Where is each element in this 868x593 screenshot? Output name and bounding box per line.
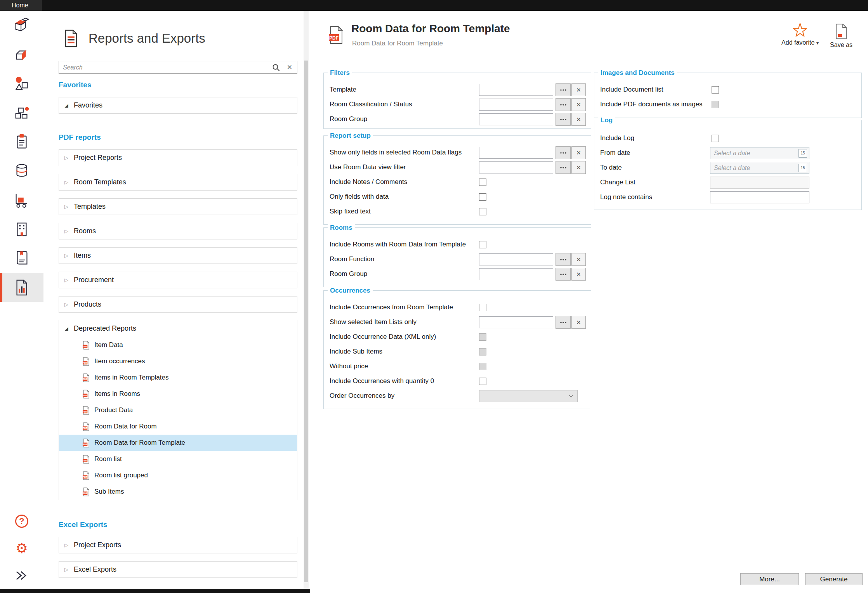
report-item-label: Product Data bbox=[94, 406, 133, 414]
item-lists-input[interactable] bbox=[479, 316, 553, 328]
browse-button[interactable] bbox=[556, 268, 571, 281]
tab-home[interactable]: Home bbox=[0, 0, 42, 11]
browse-button[interactable] bbox=[556, 316, 571, 329]
expander-collapsed-icon[interactable]: ▷ bbox=[64, 253, 69, 258]
rail-item-database[interactable] bbox=[0, 156, 43, 186]
calendar-icon: 15 bbox=[799, 149, 807, 158]
star-icon bbox=[792, 23, 808, 37]
save-as-icon bbox=[834, 23, 848, 40]
include-notes-checkbox[interactable] bbox=[479, 179, 486, 186]
expander-expanded-icon[interactable]: ◢ bbox=[64, 326, 69, 331]
expander-collapsed-icon[interactable]: ▷ bbox=[64, 277, 69, 283]
report-item-item-data[interactable]: PDF Item Data bbox=[59, 337, 297, 353]
browse-button[interactable] bbox=[556, 161, 571, 174]
room-group-input[interactable] bbox=[479, 268, 553, 280]
expander-collapsed-icon[interactable]: ▷ bbox=[64, 567, 69, 572]
report-item-room-data-for-room[interactable]: PDF Room Data for Room bbox=[59, 418, 297, 435]
field-label: Log note contains bbox=[600, 193, 652, 201]
report-item-items-in-rooms[interactable]: PDF Items in Rooms bbox=[59, 386, 297, 402]
clear-button[interactable]: ✕ bbox=[571, 253, 586, 266]
save-as-button[interactable]: Save as bbox=[822, 23, 861, 49]
include-occurrences-checkbox[interactable] bbox=[479, 304, 486, 311]
view-filter-input[interactable] bbox=[479, 161, 553, 173]
include-log-checkbox[interactable] bbox=[712, 135, 719, 142]
rail-item-reports[interactable] bbox=[0, 273, 43, 302]
room-group-input[interactable] bbox=[479, 113, 553, 125]
save-as-label: Save as bbox=[822, 41, 861, 49]
template-input[interactable] bbox=[479, 84, 553, 96]
group-items[interactable]: ▷ Items bbox=[59, 247, 297, 264]
browse-button[interactable] bbox=[556, 113, 571, 126]
room-data-flags-input[interactable] bbox=[479, 147, 553, 159]
clear-button[interactable]: ✕ bbox=[571, 268, 586, 281]
report-item-item-occurrences[interactable]: PDF Item occurrences bbox=[59, 353, 297, 369]
group-excel-exports[interactable]: ▷ Excel Exports bbox=[59, 561, 297, 578]
rail-item-building-stack[interactable] bbox=[0, 40, 43, 69]
search-input[interactable] bbox=[63, 64, 265, 71]
expander-expanded-icon[interactable]: ◢ bbox=[64, 103, 69, 108]
expander-collapsed-icon[interactable]: ▷ bbox=[64, 542, 69, 548]
bottom-strip bbox=[0, 589, 310, 593]
room-classification-input[interactable] bbox=[479, 99, 553, 111]
deprecated-reports-header[interactable]: ◢ Deprecated Reports bbox=[59, 320, 297, 337]
expander-collapsed-icon[interactable]: ▷ bbox=[64, 204, 69, 210]
scrollbar-thumb[interactable] bbox=[304, 61, 308, 582]
rail-item-buildings-3d[interactable] bbox=[0, 11, 43, 40]
clear-button[interactable]: ✕ bbox=[571, 146, 586, 159]
browse-button[interactable] bbox=[556, 83, 571, 96]
include-document-list-checkbox[interactable] bbox=[712, 86, 719, 94]
add-favorite-button[interactable]: Add favorite ▾ bbox=[779, 23, 821, 47]
log-note-contains-input[interactable] bbox=[710, 191, 809, 203]
quantity-zero-checkbox[interactable] bbox=[479, 378, 486, 385]
report-item-product-data[interactable]: PDF Product Data bbox=[59, 402, 297, 418]
clear-button[interactable]: ✕ bbox=[571, 113, 586, 126]
clear-button[interactable]: ✕ bbox=[571, 161, 586, 174]
clear-button[interactable]: ✕ bbox=[571, 83, 586, 96]
browse-button[interactable] bbox=[556, 146, 571, 159]
rail-item-settings[interactable]: ⚙ bbox=[0, 535, 43, 562]
group-project-reports[interactable]: ▷ Project Reports bbox=[59, 149, 297, 166]
room-function-input[interactable] bbox=[479, 253, 553, 265]
skip-fixed-text-checkbox[interactable] bbox=[479, 208, 486, 215]
clear-button[interactable]: ✕ bbox=[571, 316, 586, 329]
expander-collapsed-icon[interactable]: ▷ bbox=[64, 155, 69, 161]
more-button[interactable]: More... bbox=[740, 573, 799, 585]
rail-item-expand[interactable] bbox=[0, 562, 43, 589]
group-products[interactable]: ▷ Products bbox=[59, 296, 297, 313]
report-subtitle: Room Data for Room Template bbox=[352, 40, 443, 47]
rail-item-help[interactable]: ? bbox=[0, 508, 43, 535]
panel-scrollbar[interactable] bbox=[304, 11, 309, 589]
expander-collapsed-icon[interactable]: ▷ bbox=[64, 179, 69, 185]
from-date-input: Select a date 15 bbox=[710, 147, 809, 159]
include-rooms-checkbox[interactable] bbox=[479, 241, 486, 248]
svg-text:PDF: PDF bbox=[83, 443, 88, 446]
expander-collapsed-icon[interactable]: ▷ bbox=[64, 302, 69, 307]
report-item-room-list[interactable]: PDF Room list bbox=[59, 451, 297, 467]
report-item-sub-items[interactable]: PDF Sub Items bbox=[59, 484, 297, 500]
rail-item-trolley[interactable] bbox=[0, 186, 43, 215]
group-room-templates[interactable]: ▷ Room Templates bbox=[59, 174, 297, 191]
group-project-exports[interactable]: ▷ Project Exports bbox=[59, 537, 297, 553]
field-label: Show selected Item Lists only bbox=[330, 318, 417, 326]
clear-button[interactable]: ✕ bbox=[571, 98, 586, 111]
rail-item-shapes[interactable] bbox=[0, 69, 43, 98]
expander-collapsed-icon[interactable]: ▷ bbox=[64, 228, 69, 234]
browse-button[interactable] bbox=[556, 253, 571, 266]
rail-item-catalog[interactable] bbox=[0, 244, 43, 273]
search-icon[interactable] bbox=[272, 64, 280, 71]
report-item-room-data-for-room-template[interactable]: PDF Room Data for Room Template bbox=[59, 435, 297, 451]
rail-item-clipboard[interactable] bbox=[0, 127, 43, 156]
search-clear-icon[interactable]: ✕ bbox=[287, 63, 292, 71]
generate-button[interactable]: Generate bbox=[805, 573, 863, 585]
group-procurement[interactable]: ▷ Procurement bbox=[59, 272, 297, 288]
only-fields-with-data-checkbox[interactable] bbox=[479, 193, 486, 201]
group-favorites[interactable]: ◢ Favorites bbox=[59, 97, 297, 114]
rail-item-boxes[interactable] bbox=[0, 98, 43, 127]
report-item-room-list-grouped[interactable]: PDF Room list grouped bbox=[59, 467, 297, 484]
rail-item-building-grid[interactable] bbox=[0, 215, 43, 244]
group-templates[interactable]: ▷ Templates bbox=[59, 198, 297, 215]
svg-text:PDF: PDF bbox=[83, 345, 88, 348]
browse-button[interactable] bbox=[556, 98, 571, 111]
group-rooms[interactable]: ▷ Rooms bbox=[59, 223, 297, 239]
report-item-items-in-room-templates[interactable]: PDF Items in Room Templates bbox=[59, 369, 297, 386]
